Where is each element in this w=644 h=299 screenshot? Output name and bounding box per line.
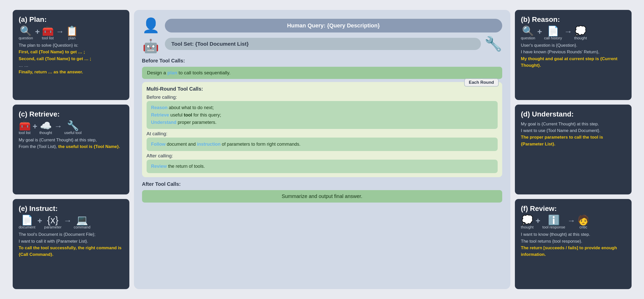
panel-c: (c) Retrieve: 🧰 tool list + ☁️ thought →… [13, 105, 129, 195]
panel-f: (f) Review: 💭 thought + ℹ️ tool response… [515, 199, 632, 289]
summarize-box: Summarize and output final answer. [142, 190, 502, 203]
arrow-icon-b: → [564, 27, 572, 36]
before-tool-calls-label: Before Tool Calls: [142, 58, 502, 64]
avatars: 👤 🤖 [142, 17, 160, 54]
panel-a-text: The plan to solve {Question} is: First, … [19, 42, 123, 76]
before-calling-box: Reason about what to do next; Retrieve u… [147, 101, 498, 129]
panel-b: (b) Reason: 🔍 question + 📄 call history … [515, 10, 632, 100]
panel-a: (a) Plan: 🔍 question + 🧰 tool list → 📋 p… [13, 10, 129, 100]
arrow-icon-f: → [567, 216, 575, 225]
icon-callhistory-b: 📄 call history [544, 26, 562, 40]
panel-c-text: My goal is {Current Thought} at this ste… [19, 137, 123, 150]
at-calling-box: Follow document and instruction of param… [147, 138, 498, 151]
at-calling-label: At calling: [147, 131, 498, 137]
panel-e: (e) Instruct: 📄 document + {x} parameter… [13, 199, 129, 289]
panel-a-icons: 🔍 question + 🧰 tool list → 📋 plan [19, 26, 123, 40]
after-calling-box: Review the return of tools. [147, 160, 498, 173]
multi-round-title: Multi-Round Tool Calls: [147, 86, 498, 92]
icon-critic-f: 🧑 critic [577, 215, 589, 229]
multi-round-section: Each Round Multi-Round Tool Calls: Befor… [142, 82, 502, 177]
panel-d-title: (d) Understand: [521, 110, 625, 118]
plus-icon-e: + [37, 216, 42, 225]
center-header: 👤 🤖 Human Query: {Query Description} Too… [142, 17, 502, 54]
icon-question-b: 🔍 question [521, 26, 535, 40]
plus-icon-b: + [537, 27, 542, 36]
panel-f-title: (f) Review: [521, 205, 625, 213]
before-calling-label: Before calling: [147, 94, 498, 100]
arrow-icon-e: → [63, 216, 72, 225]
main-container: (a) Plan: 🔍 question + 🧰 tool list → 📋 p… [8, 5, 637, 294]
panel-d: (d) Understand: My goal is {Current Thou… [515, 105, 632, 195]
panel-b-text: User's question is {Question}. I have kn… [521, 42, 625, 69]
icon-command-e: 💻 command [74, 215, 90, 229]
query-bubble: Human Query: {Query Description} [165, 19, 502, 32]
panel-d-text: My goal is {Current Thought} at this ste… [521, 121, 625, 147]
icon-parameter-e: {x} parameter [44, 215, 61, 229]
panel-c-icons: 🧰 tool list + ☁️ thought → 🔧 useful tool [19, 121, 123, 135]
design-plan-box: Design a plan to call tools sequentially… [142, 67, 502, 79]
panel-f-icons: 💭 thought + ℹ️ tool response → 🧑 critic [521, 215, 625, 229]
center-column: 👤 🤖 Human Query: {Query Description} Too… [134, 10, 510, 289]
panel-f-text: I want to know {thought} at this step. T… [521, 231, 625, 258]
icon-thought-f: 💭 thought [521, 215, 534, 229]
plus-icon-f: + [536, 216, 541, 225]
icon-toolresponse-f: ℹ️ tool response [542, 215, 565, 229]
each-round-badge: Each Round [464, 78, 498, 87]
icon-thought-b: 💭 thought [574, 26, 587, 40]
after-calling-label: After calling: [147, 153, 498, 159]
robot-avatar: 🤖 [143, 38, 159, 54]
icon-plan-a: 📋 plan [66, 26, 78, 40]
query-toolset: Human Query: {Query Description} Tool Se… [165, 19, 502, 52]
plus-icon-a1: + [35, 27, 40, 36]
panel-e-title: (e) Instruct: [19, 205, 123, 213]
toolset-bubble: Tool Set: {Tool Document List} [165, 38, 481, 50]
panel-b-title: (b) Reason: [521, 15, 625, 24]
panel-a-title: (a) Plan: [19, 15, 123, 24]
human-avatar: 👤 [142, 17, 160, 34]
after-tool-calls-label: After Tool Calls: [142, 181, 502, 187]
toolset-row: Tool Set: {Tool Document List} 🔧 [165, 36, 502, 52]
panel-e-text: The tool's Document is {Document File}; … [19, 231, 123, 258]
icon-toollist-a: 🧰 tool list [42, 26, 54, 40]
icon-toollist-c: 🧰 tool list [19, 121, 31, 135]
panel-e-icons: 📄 document + {x} parameter → 💻 command [19, 215, 123, 229]
icon-thought-c: ☁️ thought [39, 121, 52, 135]
panel-b-icons: 🔍 question + 📄 call history → 💭 thought [521, 26, 625, 40]
panel-c-title: (c) Retrieve: [19, 110, 123, 118]
icon-question-a: 🔍 question [19, 26, 33, 40]
arrow-icon-a: → [56, 27, 64, 36]
icon-document-e: 📄 document [19, 215, 36, 229]
plus-icon-c: + [33, 122, 38, 131]
tool-icon: 🔧 [484, 36, 502, 52]
arrow-icon-c: → [54, 122, 62, 131]
icon-usefultool-c: 🔧 useful tool [64, 121, 81, 135]
